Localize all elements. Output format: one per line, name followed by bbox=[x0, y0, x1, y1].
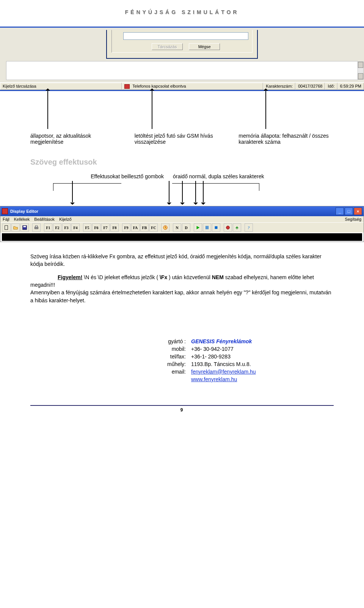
effect-f1-button[interactable]: F1 bbox=[44, 223, 52, 232]
status-bar: Kijelző tárcsázása Telefonos kapcsolat e… bbox=[0, 82, 364, 90]
clock-button[interactable] bbox=[161, 223, 169, 232]
status-cell-time-label: Idő: bbox=[325, 83, 337, 90]
stop-button[interactable] bbox=[212, 223, 220, 232]
svg-rect-6 bbox=[206, 226, 207, 229]
svg-rect-0 bbox=[5, 226, 8, 230]
contact-label-workshop: műhely: bbox=[152, 361, 186, 367]
status-cell-action: Kijelző tárcsázása bbox=[0, 83, 122, 90]
contact-value-maker: GENESIS Fényreklámok bbox=[191, 338, 334, 344]
print-button[interactable] bbox=[32, 223, 41, 232]
callout-labels-1: állapotsor, az aktualitások megjelenítés… bbox=[30, 133, 334, 145]
scroll-up-button[interactable] bbox=[358, 62, 363, 68]
callout-arrows-2 bbox=[0, 181, 364, 202]
minimize-button[interactable]: _ bbox=[336, 207, 344, 215]
effect-f7-button[interactable]: F7 bbox=[101, 223, 110, 232]
screenshot-statusbar: Tárcsázás Mégse Kijelző tárcsázása Telef… bbox=[0, 27, 364, 91]
preview-strip bbox=[2, 233, 362, 241]
status-cell-charcount-value: 00417/32768 bbox=[295, 83, 325, 90]
contact-block: gyártó : GENESIS Fényreklámok mobil: +36… bbox=[152, 338, 334, 382]
editor-canvas bbox=[6, 61, 358, 80]
warn-fx: \Fx bbox=[160, 274, 167, 280]
menu-bar: Fájl Kellékek Beállítások Kijelző Segíts… bbox=[0, 216, 364, 222]
menu-tools[interactable]: Kellékek bbox=[14, 217, 30, 222]
screenshot-editor-toolbar: Display Editor _ □ × Fájl Kellékek Beáll… bbox=[0, 206, 364, 242]
pause-button[interactable] bbox=[203, 223, 211, 232]
doc-header: FÉNYÚJSÁG SZIMULÁTOR bbox=[30, 9, 334, 15]
app-icon bbox=[2, 208, 8, 214]
contact-value-telfax: +36-1- 280-9283 bbox=[191, 353, 334, 360]
menu-settings[interactable]: Beállítások bbox=[34, 217, 55, 222]
phone-icon bbox=[124, 84, 130, 89]
callout-statusbar-desc: állapotsor, az aktualitások megjelenítés… bbox=[30, 133, 126, 145]
callout-progress-desc: letöltést jelző futó sáv GSM hívás vissz… bbox=[135, 133, 230, 145]
effect-fb-button[interactable]: FB bbox=[140, 223, 149, 232]
warn-text-c: ) után közvetlenül bbox=[167, 274, 212, 280]
contact-label-email: email: bbox=[152, 369, 186, 375]
section-heading-effects: Szöveg effektusok bbox=[30, 158, 334, 167]
window-title: Display Editor bbox=[10, 209, 38, 214]
effect-f4-button[interactable]: F4 bbox=[71, 223, 80, 232]
vertical-scrollbar[interactable] bbox=[358, 61, 364, 80]
contact-value-email[interactable]: fenyreklam@fenyreklam.hu bbox=[191, 369, 334, 375]
contact-value-web[interactable]: www.fenyreklam.hu bbox=[191, 376, 334, 382]
contact-label-mobile: mobil: bbox=[152, 346, 186, 352]
status-connection-text: Telefonos kapcsolat elbontva bbox=[132, 84, 186, 88]
warn-nem: NEM bbox=[212, 274, 224, 280]
play-button[interactable] bbox=[194, 223, 202, 232]
dial-button[interactable]: Tárcsázás bbox=[152, 43, 183, 50]
double-width-button[interactable]: D bbox=[182, 223, 190, 232]
warn-text-a: \N és \D jeleket effektus jelzők ( bbox=[84, 274, 160, 280]
new-file-button[interactable] bbox=[2, 223, 11, 232]
svg-rect-8 bbox=[215, 226, 218, 229]
upload-button[interactable] bbox=[233, 223, 241, 232]
effect-fc-button[interactable]: FC bbox=[149, 223, 158, 232]
callout-memory-desc: memória állapota: felhasznált / összes k… bbox=[238, 133, 334, 145]
callout-labels-2: Effektusokat beillesztő gombok óraidő no… bbox=[30, 173, 334, 179]
svg-rect-7 bbox=[207, 226, 209, 229]
page-number: 9 bbox=[30, 407, 334, 413]
cancel-button[interactable]: Mégse bbox=[189, 43, 220, 50]
dial-dialog: Tárcsázás Mégse bbox=[106, 30, 258, 59]
window-titlebar: Display Editor _ □ × bbox=[0, 206, 364, 216]
svg-rect-2 bbox=[24, 226, 26, 228]
warning-label: Figyelem! bbox=[44, 273, 82, 281]
menu-display[interactable]: Kijelző bbox=[59, 217, 71, 222]
svg-rect-3 bbox=[35, 227, 38, 229]
callout-effect-buttons: Effektusokat beillesztő gombok bbox=[30, 173, 164, 179]
help-button[interactable]: ? bbox=[245, 223, 253, 232]
svg-text:?: ? bbox=[248, 225, 250, 230]
contact-label-maker: gyártó : bbox=[152, 338, 186, 344]
svg-rect-4 bbox=[35, 226, 37, 227]
callout-arrows-1 bbox=[30, 91, 334, 133]
menu-help[interactable]: Segítség bbox=[345, 217, 361, 222]
effect-f2-button[interactable]: F2 bbox=[53, 223, 61, 232]
settings-gear-button[interactable] bbox=[224, 223, 232, 232]
save-button[interactable] bbox=[20, 223, 29, 232]
paragraph-usage: Szöveg írása közben rá-klikkelve Fx gomb… bbox=[30, 253, 334, 268]
effect-fa-button[interactable]: FA bbox=[131, 223, 140, 232]
contact-value-workshop: 1193.Bp. Táncsics M.u.8. bbox=[191, 361, 334, 367]
effect-f8-button[interactable]: F8 bbox=[110, 223, 119, 232]
effect-f3-button[interactable]: F3 bbox=[62, 223, 71, 232]
dial-number-field[interactable] bbox=[123, 32, 248, 40]
effect-f5-button[interactable]: F5 bbox=[83, 223, 91, 232]
callout-clock-nd: óraidő normál, dupla széles karakterek bbox=[173, 173, 334, 179]
maximize-button[interactable]: □ bbox=[345, 207, 353, 215]
menu-file[interactable]: Fájl bbox=[3, 217, 9, 222]
footer-rule bbox=[30, 405, 334, 406]
close-button[interactable]: × bbox=[354, 207, 362, 215]
status-cell-time-value: 6:59:29 PM bbox=[337, 83, 364, 90]
status-cell-connection: Telefonos kapcsolat elbontva bbox=[122, 83, 263, 90]
contact-label-telfax: tel/fax: bbox=[152, 353, 186, 360]
normal-width-button[interactable]: N bbox=[173, 223, 181, 232]
svg-point-9 bbox=[226, 226, 230, 229]
toolbar: F1 F2 F3 F4 F5 F6 F7 F8 F9 FA FB FC N D bbox=[0, 222, 364, 233]
paragraph-warning: Figyelem! \N és \D jeleket effektus jelz… bbox=[30, 273, 334, 304]
open-file-button[interactable] bbox=[11, 223, 20, 232]
effect-f9-button[interactable]: F9 bbox=[122, 223, 130, 232]
effect-f6-button[interactable]: F6 bbox=[92, 223, 100, 232]
warn-text-3: Amennyiben a fényújság számára értelmezh… bbox=[30, 289, 331, 303]
contact-value-mobile: +36- 30-942-1077 bbox=[191, 346, 334, 352]
scroll-down-button[interactable] bbox=[358, 73, 363, 79]
